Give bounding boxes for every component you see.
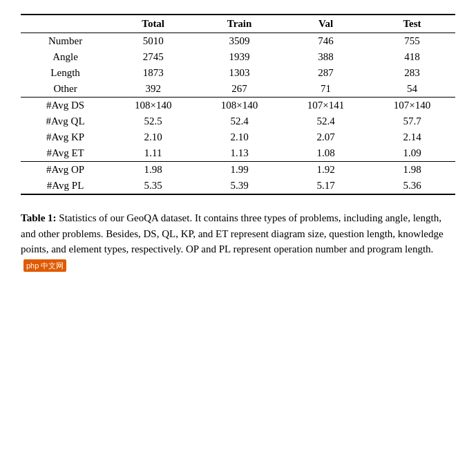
cell-value: 2.10 [196, 129, 283, 145]
row-label: #Avg KP [21, 129, 110, 145]
cell-value: 392 [110, 81, 196, 98]
cell-value: 287 [283, 65, 369, 81]
cell-value: 5.39 [196, 178, 283, 194]
table-row: #Avg OP1.981.991.921.98 [21, 162, 455, 178]
cell-value: 2.14 [369, 129, 455, 145]
row-label: #Avg ET [21, 145, 110, 162]
cell-value: 1873 [110, 65, 196, 81]
cell-value: 2.07 [283, 129, 369, 145]
watermark-badge: php 中文网 [23, 259, 66, 272]
cell-value: 1303 [196, 65, 283, 81]
col-header-row-label [21, 15, 110, 33]
cell-value: 71 [283, 81, 369, 98]
cell-value: 746 [283, 33, 369, 50]
cell-value: 52.4 [283, 113, 369, 129]
row-label: #Avg PL [21, 178, 110, 194]
cell-value: 1.09 [369, 145, 455, 162]
table-row: #Avg DS108×140108×140107×141107×140 [21, 98, 455, 114]
cell-value: 52.5 [110, 113, 196, 129]
row-label: #Avg QL [21, 113, 110, 129]
cell-value: 755 [369, 33, 455, 50]
row-label: Number [21, 33, 110, 50]
col-header-val: Val [283, 15, 369, 33]
table-row: Length18731303287283 [21, 65, 455, 81]
caption-label: Table 1: [21, 212, 57, 223]
cell-value: 418 [369, 49, 455, 65]
table-row: Angle27451939388418 [21, 49, 455, 65]
row-label: Other [21, 81, 110, 98]
cell-value: 108×140 [196, 98, 283, 114]
col-header-test: Test [369, 15, 455, 33]
cell-value: 108×140 [110, 98, 196, 114]
row-label: Angle [21, 49, 110, 65]
table-row: #Avg ET1.111.131.081.09 [21, 145, 455, 162]
cell-value: 1.11 [110, 145, 196, 162]
table-row: #Avg KP2.102.102.072.14 [21, 129, 455, 145]
cell-value: 5.17 [283, 178, 369, 194]
table-row: Other3922677154 [21, 81, 455, 98]
cell-value: 57.7 [369, 113, 455, 129]
cell-value: 3509 [196, 33, 283, 50]
table-row: #Avg PL5.355.395.175.36 [21, 178, 455, 194]
cell-value: 1.98 [110, 162, 196, 178]
cell-value: 107×140 [369, 98, 455, 114]
row-label: #Avg DS [21, 98, 110, 114]
cell-value: 54 [369, 81, 455, 98]
caption-text: Statistics of our GeoQA dataset. It cont… [21, 212, 444, 255]
cell-value: 5.35 [110, 178, 196, 194]
cell-value: 388 [283, 49, 369, 65]
table-caption: Table 1: Statistics of our GeoQA dataset… [21, 207, 455, 275]
statistics-table-wrapper: Total Train Val Test Number5010350974675… [21, 14, 455, 195]
cell-value: 1.92 [283, 162, 369, 178]
col-header-total: Total [110, 15, 196, 33]
cell-value: 1.13 [196, 145, 283, 162]
cell-value: 52.4 [196, 113, 283, 129]
cell-value: 107×141 [283, 98, 369, 114]
cell-value: 1.98 [369, 162, 455, 178]
statistics-table: Total Train Val Test Number5010350974675… [21, 14, 455, 195]
row-label: Length [21, 65, 110, 81]
cell-value: 5010 [110, 33, 196, 50]
cell-value: 2.10 [110, 129, 196, 145]
cell-value: 1.08 [283, 145, 369, 162]
row-label: #Avg OP [21, 162, 110, 178]
cell-value: 1939 [196, 49, 283, 65]
cell-value: 1.99 [196, 162, 283, 178]
cell-value: 283 [369, 65, 455, 81]
table-header-row: Total Train Val Test [21, 15, 455, 33]
col-header-train: Train [196, 15, 283, 33]
cell-value: 267 [196, 81, 283, 98]
table-row: #Avg QL52.552.452.457.7 [21, 113, 455, 129]
table-row: Number50103509746755 [21, 33, 455, 50]
cell-value: 5.36 [369, 178, 455, 194]
cell-value: 2745 [110, 49, 196, 65]
